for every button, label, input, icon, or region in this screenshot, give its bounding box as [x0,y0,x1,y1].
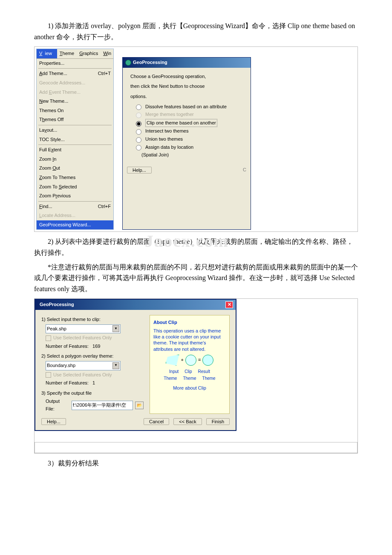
overlay-theme-dropdown[interactable]: Boundary.shp▼ [46,361,121,370]
help-button[interactable]: Help... [41,418,66,425]
step1-label: 1) Select input theme to clip: [41,316,144,324]
dialog2-title-text: GeoProcessing [40,301,74,309]
radio-merge: Merge themes together [134,111,243,119]
menu-item-toc-style[interactable]: TOC Style... [37,135,113,145]
dialog-instruction-3: options. [130,93,243,101]
menu-item-zoom-prev[interactable]: Zoom Previous [37,191,113,201]
radio-intersect[interactable]: Intersect two themes [134,127,243,135]
radio-clip[interactable]: Clip one theme based on another [134,119,243,127]
menu-item-full-extent[interactable]: Full Extent [37,145,113,155]
menu-item-themes-off[interactable]: Themes Off [37,115,113,124]
more-about-clip-link[interactable]: More about Clip [153,384,226,392]
use-selected-chk-2: Use Selected Features Only [46,371,144,379]
radio-assign[interactable]: Assign data by location [134,144,243,151]
radio-dissolve[interactable]: Dissolve features based on an attribute [134,103,243,111]
checkbox-icon [46,335,51,341]
clip-diagram: + = [153,355,226,366]
radio-union[interactable]: Union two themes [134,136,243,143]
dropdown-icon: ▼ [112,325,119,332]
menu-item-zoom-in[interactable]: Zoom In [37,155,113,164]
menu-theme[interactable]: Theme [57,49,77,58]
menu-item-geowizard[interactable]: GeoProcessing Wizard... [37,220,113,230]
menu-item-properties[interactable]: Properties... [37,59,113,68]
paragraph-note: *注意进行裁剪的层面与用来裁剪的层面的不同，若只想对进行裁剪的层面或用来裁剪的层… [34,262,358,295]
menu-item-zoom-out[interactable]: Zoom Out [37,164,113,173]
menu-item-zoom-selected[interactable]: Zoom To Selected [37,182,113,192]
input-theme-dropdown[interactable]: Peak.shp▼ [46,324,121,334]
about-clip-desc: This operation uses a clip theme like a … [153,328,226,352]
output-file-label: Output File: [46,398,69,413]
menu-bar: View Theme Graphics Win [37,49,113,59]
equals-icon: = [198,356,201,364]
menu-item-find[interactable]: Find...Ctrl+F [37,202,113,211]
back-button[interactable]: << Back [173,418,202,425]
paragraph-1: 1) 添加并激活 overlay、polygon 层面，执行【Geoproces… [34,20,358,42]
num-features-1: Number of Features: 169 [46,343,144,350]
help-button[interactable]: Help... [127,167,152,173]
geoprocessing-dialog-step2: GeoProcessing ✕ 1) Select input theme to… [35,299,236,431]
step3-label: 3) Specify the output file [41,390,144,397]
menu-item-new-theme[interactable]: New Theme... [37,97,113,106]
about-clip-panel: About Clip This operation uses a clip th… [150,315,230,414]
dropdown-icon: ▼ [112,362,119,369]
dialog-title-text: GeoProcessing [133,59,167,66]
dialog2-left-column: 1) Select input theme to clip: Peak.shp▼… [41,315,144,414]
menu-item-add-event: Add Event Theme... [37,88,113,97]
output-file-input[interactable]: f:\2006年第一学期课件\空 [72,401,133,410]
paragraph-3: 3）裁剪分析结果 [34,458,358,469]
about-clip-title: About Clip [153,319,226,327]
figure-2-container: GeoProcessing ✕ 1) Select input theme to… [34,298,358,453]
dialog-instruction-2: then click the Next button to choose [130,83,243,90]
paragraph-2: 2) 从列表中选择要进行裁剪的层面（input theme）以及用来裁剪的层面，… [34,236,358,258]
plus-icon: + [181,356,184,364]
use-selected-chk-1: Use Selected Features Only [46,334,144,342]
num-features-2: Number of Features: 1 [46,379,144,387]
dialog2-titlebar: GeoProcessing ✕ [35,300,236,310]
menu-item-locate: Locate Address... [37,211,113,220]
menu-graphics[interactable]: Graphics [77,49,101,58]
close-button[interactable]: ✕ [225,301,233,308]
browse-button[interactable]: 📂 [135,402,144,409]
dialog-titlebar: GeoProcessing [123,58,251,68]
geoprocessing-dialog-step1: GeoProcessing Choose a GeoProcessing ope… [122,57,251,230]
finish-button[interactable]: Finish [206,418,230,425]
next-button-cut: C [243,166,246,174]
checkbox-icon [46,372,51,378]
menu-item-zoom-themes[interactable]: Zoom To Themes [37,173,113,182]
result-theme-icon [202,355,213,366]
empty-placeholder [35,442,357,453]
globe-icon [125,60,131,66]
radio-spatial-join-label: (Spatial Join) [141,151,243,159]
menu-item-geocode: Geocode Addresses... [37,78,113,88]
menu-item-add-theme[interactable]: Add Theme...Ctrl+T [37,69,113,78]
menu-item-layout[interactable]: Layout... [37,126,113,135]
menu-window[interactable]: Win [101,49,114,58]
step2-label: 2) Select a polygon overlay theme: [41,353,144,360]
view-menu-panel: View Theme Graphics Win Properties... Ad… [36,49,114,230]
figure-1-container: View Theme Graphics Win Properties... Ad… [34,46,358,232]
menu-view[interactable]: View [37,49,57,58]
diagram-labels-row1: InputClipResult [153,368,226,375]
menu-item-themes-on[interactable]: Themes On [37,106,113,116]
dialog-instruction-1: Choose a GeoProcessing operation, [130,73,243,81]
clip-theme-icon [185,355,196,366]
input-theme-icon [166,355,179,366]
cancel-button[interactable]: Cancel [144,418,169,425]
diagram-labels-row2: ThemeThemeTheme [153,375,226,382]
